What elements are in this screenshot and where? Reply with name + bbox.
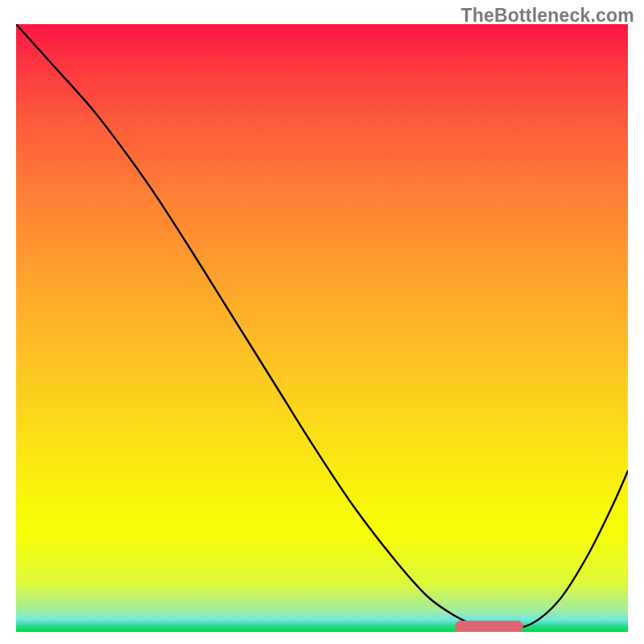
bottleneck-curve	[16, 24, 628, 630]
chart-container: TheBottleneck.com	[0, 0, 644, 644]
plot-area	[16, 24, 628, 632]
optimal-zone-marker	[455, 621, 523, 632]
curve-svg	[16, 24, 628, 632]
watermark-text: TheBottleneck.com	[460, 5, 634, 27]
